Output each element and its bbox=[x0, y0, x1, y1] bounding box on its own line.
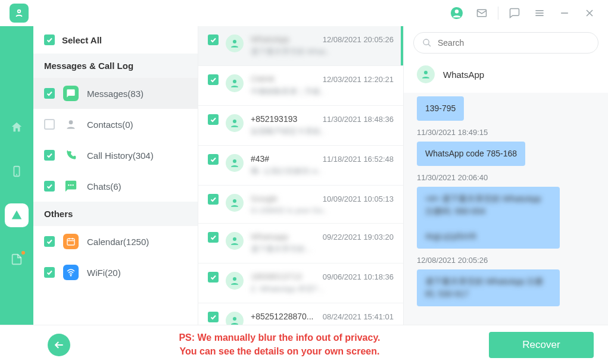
msg-date: 11/30/2021 18:48:36 bbox=[323, 115, 394, 124]
msg-date: 08/24/2021 15:41:01 bbox=[323, 312, 394, 321]
message-item[interactable]: CMHK 12/03/2021 12:20:21 中國移動香港｜升級.. bbox=[198, 66, 403, 106]
msg-title: +85251228870... bbox=[251, 312, 314, 321]
detail-body[interactable]: 139-79511/30/2021 18:49:15WhatsApp code … bbox=[404, 93, 608, 325]
cat-call-history[interactable]: Call History(304) bbox=[33, 140, 198, 171]
section-messages-header: Messages & Call Log bbox=[33, 54, 198, 78]
chat-timestamp: 11/30/2021 18:49:15 bbox=[417, 128, 595, 137]
titlebar bbox=[0, 0, 608, 26]
msg-checkbox[interactable] bbox=[208, 272, 219, 283]
avatar bbox=[226, 232, 244, 250]
svg-point-15 bbox=[72, 184, 73, 186]
cat-chats[interactable]: Chats(6) bbox=[33, 171, 198, 202]
svg-point-31 bbox=[424, 71, 428, 74]
search-icon bbox=[422, 38, 432, 48]
message-item[interactable]: Whatsapp 09/22/2021 19:03:20 適下要共享空的 .. bbox=[198, 224, 403, 263]
msg-checkbox[interactable] bbox=[208, 74, 219, 85]
cat-messages-checkbox[interactable] bbox=[44, 88, 55, 99]
cat-call-label: Call History(304) bbox=[87, 150, 154, 161]
msg-title: Google bbox=[251, 194, 278, 203]
msg-date: 10/09/2021 10:05:13 bbox=[323, 194, 394, 203]
cat-messages-label: Messages(83) bbox=[87, 89, 144, 99]
calendar-icon bbox=[63, 234, 79, 249]
message-list-pane: WhatsApp 12/08/2021 20:05:26 適下要共享空的 Wha… bbox=[198, 26, 404, 325]
cat-wifi-label: WiFi(20) bbox=[87, 268, 121, 278]
avatar bbox=[226, 34, 244, 52]
msg-checkbox[interactable] bbox=[208, 114, 219, 125]
svg-point-2 bbox=[455, 10, 459, 13]
svg-point-26 bbox=[233, 237, 236, 241]
contacts-icon bbox=[63, 117, 79, 132]
svg-point-20 bbox=[70, 275, 71, 276]
avatar bbox=[226, 114, 244, 132]
cat-calendar[interactable]: Calendar(1250) bbox=[33, 226, 198, 257]
chat-bubble: <#> 適下要共享空的 WhatsApp 注册码: 990-0044sgLq1p… bbox=[417, 187, 560, 249]
nav-export[interactable] bbox=[5, 247, 29, 271]
svg-point-24 bbox=[233, 159, 236, 163]
sidenav bbox=[0, 26, 33, 325]
message-item[interactable]: +852193193 11/30/2021 18:48:36 如需帳戶綁定卡系統… bbox=[198, 106, 403, 146]
msg-title: +852193193 bbox=[251, 114, 297, 124]
select-all-label: Select All bbox=[62, 35, 102, 45]
search-input[interactable] bbox=[438, 38, 590, 48]
svg-line-30 bbox=[428, 44, 431, 46]
detail-pane: WhatsApp 139-79511/30/2021 18:49:15Whats… bbox=[404, 26, 608, 325]
msg-preview: G-158432 is your Go.. bbox=[251, 206, 394, 215]
cat-messages[interactable]: Messages(83) bbox=[33, 78, 198, 109]
cat-contacts[interactable]: Contacts(0) bbox=[33, 109, 198, 140]
message-list[interactable]: WhatsApp 12/08/2021 20:05:26 適下要共享空的 Wha… bbox=[198, 26, 403, 325]
cat-contacts-checkbox[interactable] bbox=[44, 119, 55, 130]
account-icon[interactable] bbox=[448, 5, 465, 21]
msg-checkbox[interactable] bbox=[208, 154, 219, 165]
svg-point-25 bbox=[233, 199, 236, 203]
message-item[interactable]: WhatsApp 12/08/2021 20:05:26 適下要共享空的 Wha… bbox=[198, 26, 403, 66]
msg-preview: Z. WhatsApp 对话? .. bbox=[251, 284, 394, 294]
msg-checkbox[interactable] bbox=[208, 34, 219, 45]
cat-calendar-checkbox[interactable] bbox=[44, 236, 55, 247]
cat-wifi-checkbox[interactable] bbox=[44, 267, 55, 278]
cat-chats-checkbox[interactable] bbox=[44, 181, 55, 192]
select-all-checkbox[interactable] bbox=[44, 34, 55, 45]
search-box[interactable] bbox=[413, 32, 598, 54]
app-logo bbox=[10, 4, 29, 23]
message-item[interactable]: Google 10/09/2021 10:05:13 G-158432 is y… bbox=[198, 186, 403, 224]
msg-date: 12/08/2021 20:05:26 bbox=[323, 35, 394, 44]
nav-home[interactable] bbox=[5, 115, 29, 139]
msg-title: WhatsApp bbox=[251, 34, 289, 44]
nav-device[interactable] bbox=[5, 159, 29, 183]
menu-icon[interactable] bbox=[531, 5, 548, 21]
message-item[interactable]: 18938013713 09/06/2021 10:18:36 Z. Whats… bbox=[198, 263, 403, 303]
chat-timestamp: 12/08/2021 20:05:26 bbox=[417, 256, 595, 265]
msg-checkbox[interactable] bbox=[208, 232, 219, 243]
cat-call-checkbox[interactable] bbox=[44, 150, 55, 161]
msg-checkbox[interactable] bbox=[208, 194, 219, 205]
footer-note: PS: We manually blur the info out of pri… bbox=[70, 331, 489, 358]
back-button[interactable] bbox=[48, 334, 70, 356]
svg-point-22 bbox=[233, 80, 236, 83]
msg-date: 11/18/2021 16:52:48 bbox=[323, 155, 394, 164]
close-icon[interactable] bbox=[581, 5, 598, 21]
category-pane: Select All Messages & Call Log Messages(… bbox=[33, 26, 198, 325]
message-item[interactable]: #43# 11/18/2021 16:52:48 咦- 让我们切换到 vi.. bbox=[198, 146, 403, 186]
cat-wifi[interactable]: WiFi(20) bbox=[33, 257, 198, 288]
minimize-icon[interactable] bbox=[556, 5, 573, 21]
nav-cloud[interactable] bbox=[5, 203, 29, 227]
message-item[interactable]: +85251228870... 08/24/2021 15:41:01 bbox=[198, 303, 403, 325]
msg-title: Whatsapp bbox=[251, 232, 288, 241]
footer: PS: We manually blur the info out of pri… bbox=[0, 325, 608, 364]
msg-title: 18938013713 bbox=[251, 272, 302, 281]
msg-checkbox[interactable] bbox=[208, 312, 219, 322]
mail-icon[interactable] bbox=[473, 5, 490, 21]
svg-point-27 bbox=[233, 277, 236, 281]
select-all-row[interactable]: Select All bbox=[33, 26, 198, 54]
msg-date: 12/03/2021 12:20:21 bbox=[323, 75, 394, 84]
feedback-icon[interactable] bbox=[506, 5, 523, 21]
svg-rect-16 bbox=[67, 239, 74, 245]
avatar bbox=[226, 312, 244, 325]
call-icon bbox=[63, 148, 79, 163]
recover-button[interactable]: Recover bbox=[489, 332, 594, 358]
svg-point-23 bbox=[233, 120, 236, 123]
avatar bbox=[226, 154, 244, 172]
svg-point-28 bbox=[233, 317, 236, 321]
cat-chats-label: Chats(6) bbox=[87, 181, 121, 192]
msg-preview: 適下要共享空的 What.. bbox=[251, 46, 394, 57]
